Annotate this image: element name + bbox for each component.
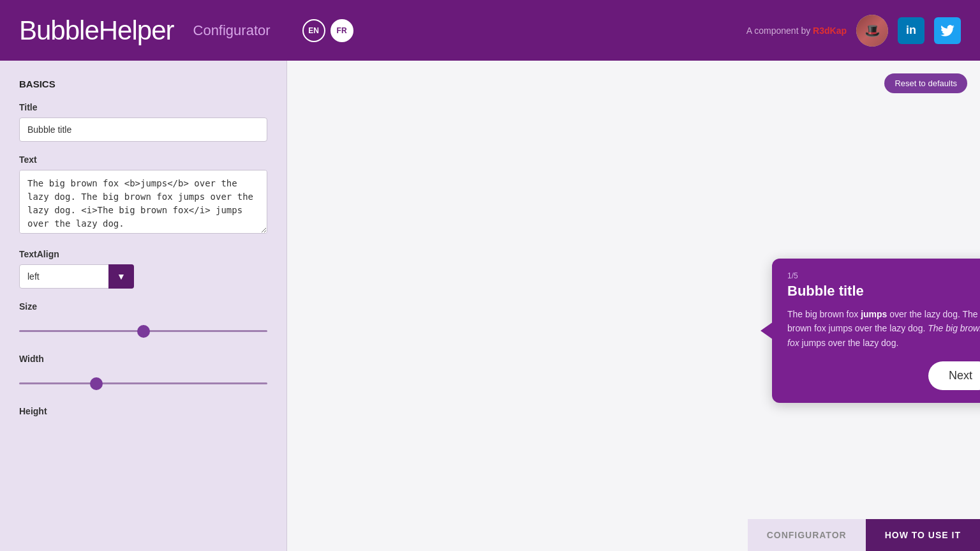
avatar: 🎩	[856, 15, 888, 47]
lang-en-button[interactable]: EN	[302, 19, 325, 42]
title-input[interactable]	[19, 117, 267, 142]
title-field-label: Title	[19, 102, 267, 112]
reset-defaults-button[interactable]: Reset to defaults	[884, 73, 967, 93]
main-layout: BASICS Title Text The big brown fox <b>j…	[0, 61, 980, 551]
preview-area: Reset to defaults 1/5 ✕ Bubble title The…	[287, 61, 980, 551]
section-basics-title: BASICS	[19, 79, 267, 89]
author-name: R3dKap	[813, 26, 847, 36]
width-slider[interactable]	[19, 382, 267, 384]
sidebar: BASICS Title Text The big brown fox <b>j…	[0, 61, 287, 551]
twitter-icon[interactable]	[934, 17, 961, 44]
lang-fr-button[interactable]: FR	[330, 19, 353, 42]
textalign-select-wrapper: left center right ▼	[19, 264, 134, 289]
bubble-text: The big brown fox jumps over the lazy do…	[787, 307, 980, 350]
size-slider-wrapper	[19, 317, 267, 341]
size-field-label: Size	[19, 301, 267, 312]
language-selector: EN FR	[302, 19, 353, 42]
bottom-bar: CONFIGURATOR HOW TO USE IT	[748, 519, 980, 551]
how-to-use-button[interactable]: HOW TO USE IT	[866, 519, 980, 551]
app-title: BubbleHelper	[19, 15, 174, 46]
app-subtitle: Configurator	[193, 22, 271, 39]
textalign-select[interactable]: left center right	[19, 264, 134, 289]
bubble-footer: Next	[787, 361, 980, 390]
configurator-tab-button[interactable]: CONFIGURATOR	[748, 519, 866, 551]
bubble-counter: 1/5	[787, 271, 980, 280]
bubble-popup: 1/5 ✕ Bubble title The big brown fox jum…	[772, 259, 980, 403]
width-slider-wrapper	[19, 369, 267, 393]
width-field-label: Width	[19, 354, 267, 364]
component-by-text: A component by R3dKap	[746, 26, 847, 36]
textalign-field-label: TextAlign	[19, 249, 267, 259]
linkedin-icon[interactable]: in	[898, 17, 924, 44]
avatar-image: 🎩	[856, 15, 888, 47]
text-field-label: Text	[19, 155, 267, 165]
height-field-label: Height	[19, 406, 267, 416]
size-slider[interactable]	[19, 330, 267, 332]
bubble-next-button[interactable]: Next	[928, 361, 980, 390]
bubble-title: Bubble title	[787, 283, 980, 299]
text-input[interactable]: The big brown fox <b>jumps</b> over the …	[19, 170, 267, 234]
header: BubbleHelper Configurator EN FR A compon…	[0, 0, 980, 61]
twitter-bird-icon	[940, 25, 954, 36]
header-right: A component by R3dKap 🎩 in	[746, 15, 961, 47]
